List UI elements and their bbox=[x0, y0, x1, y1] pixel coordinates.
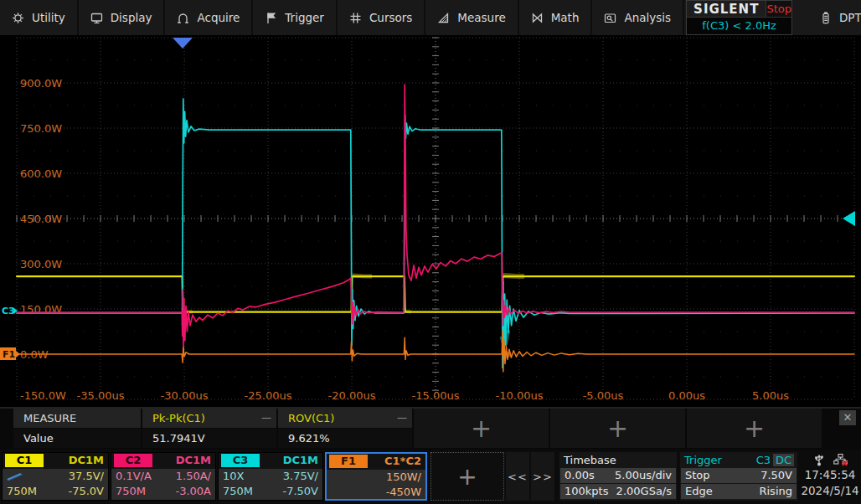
channel-box-c1[interactable]: C1 DC1M 37.5V/ 750M -75.0V bbox=[2, 452, 109, 501]
flag-icon bbox=[265, 12, 277, 24]
c2-badge[interactable]: C2 bbox=[114, 454, 152, 467]
c1-coupling: DC1M bbox=[69, 454, 104, 466]
menu-trigger-label: Trigger bbox=[285, 11, 324, 24]
menu-cursors-label: Cursors bbox=[369, 11, 412, 24]
siglent-logo: SIGLENT bbox=[687, 1, 766, 17]
scroll-left-button[interactable]: << bbox=[506, 452, 529, 501]
menu-trigger[interactable]: Trigger bbox=[253, 0, 338, 35]
gear-icon bbox=[12, 12, 24, 24]
waveform-display[interactable]: 900.0W750.0W600.0W450.0W300.0W150.0W0.0W… bbox=[0, 35, 861, 409]
c2-bandwidth: 750M bbox=[116, 484, 146, 499]
c3-offset: -7.50V bbox=[282, 484, 318, 499]
acquisition-status-block[interactable]: SIGLENT Stop f(C3) < 2.0Hz bbox=[686, 0, 792, 35]
measure-icon bbox=[437, 12, 450, 24]
y-axis-label: 300.0W bbox=[20, 258, 62, 270]
measurement-pkpk-value: 51.7941V bbox=[142, 429, 276, 448]
measurement-rov[interactable]: ROV(C1) — 9.621% bbox=[278, 409, 412, 448]
dpt-icon bbox=[819, 12, 832, 24]
y-axis-label: 600.0W bbox=[20, 167, 62, 180]
trigger-status: Stop bbox=[685, 468, 710, 483]
f1-badge[interactable]: F1 bbox=[329, 455, 368, 468]
timebase-box[interactable]: Timebase 0.00s 5.00us/div 100kpts 2.00GS… bbox=[559, 452, 677, 501]
trigger-level: 7.50V bbox=[760, 468, 792, 483]
clock-time: 17:45:54 bbox=[800, 467, 860, 483]
measurement-pkpk[interactable]: Pk-Pk(C1) — 51.7941V bbox=[142, 409, 276, 448]
f1-offset: -450W bbox=[386, 485, 421, 500]
menu-measure-label: Measure bbox=[457, 11, 505, 24]
y-axis-label: 450.0W bbox=[20, 213, 62, 225]
f1-scale: 150W/ bbox=[386, 470, 421, 485]
c1-bandwidth: 750M bbox=[7, 484, 37, 499]
timebase-points: 100kpts bbox=[565, 484, 608, 499]
menu-dpt[interactable]: DPT bbox=[807, 0, 861, 35]
menu-measure[interactable]: Measure bbox=[425, 0, 518, 35]
x-axis-label: -5.00us bbox=[583, 389, 624, 402]
c2-scale: 1.50A/ bbox=[176, 469, 211, 484]
trigger-slope: Rising bbox=[759, 484, 792, 499]
c3-badge[interactable]: C3 bbox=[221, 454, 260, 467]
display-icon bbox=[90, 12, 103, 24]
measurement-rov-value: 9.621% bbox=[278, 429, 412, 448]
channel-box-c3[interactable]: C3 DC1M 10X 3.75V/ 750M -7.50V bbox=[218, 452, 323, 501]
c2-coupling: DC1M bbox=[176, 454, 211, 466]
add-measurement-button[interactable]: + bbox=[687, 409, 822, 448]
menu-math[interactable]: Math bbox=[519, 0, 593, 35]
skew-icon bbox=[6, 471, 24, 481]
timebase-title: Timebase bbox=[559, 452, 677, 468]
c3-scale: 3.75V/ bbox=[283, 469, 318, 484]
timebase-samplerate: 2.00GSa/s bbox=[616, 484, 672, 499]
c2-offset: -3.00A bbox=[175, 484, 211, 499]
menu-bar: Utility Display Acquire Trigger Cursors bbox=[0, 0, 861, 37]
trigger-coupling: DC bbox=[773, 454, 794, 466]
x-axis-label: -20.00us bbox=[328, 389, 376, 402]
close-measure-strip-button[interactable]: ✕ bbox=[839, 410, 856, 425]
menu-utility-label: Utility bbox=[32, 11, 65, 24]
timebase-delay: 0.00s bbox=[565, 468, 595, 483]
c3-position-marker[interactable]: C3 bbox=[2, 306, 15, 316]
add-channel-button[interactable]: + bbox=[430, 452, 504, 501]
measure-row-label: Value bbox=[13, 429, 141, 448]
remove-measurement-button[interactable]: — bbox=[261, 409, 271, 428]
acquire-icon bbox=[177, 12, 189, 24]
menu-analysis[interactable]: Analysis bbox=[592, 0, 684, 35]
c2-probe: 0.1V/A bbox=[116, 469, 152, 484]
y-axis-label: 900.0W bbox=[20, 77, 62, 90]
run-stop-status: Stop bbox=[766, 3, 791, 15]
scroll-right-button[interactable]: >> bbox=[531, 452, 554, 501]
menu-cursors[interactable]: Cursors bbox=[338, 0, 425, 35]
oscilloscope-screen: Utility Display Acquire Trigger Cursors bbox=[0, 0, 861, 504]
trigger-box[interactable]: Trigger C3 DC Stop 7.50V Edge Rising bbox=[680, 452, 797, 501]
usb-icon bbox=[813, 453, 825, 466]
menu-dpt-label: DPT bbox=[839, 11, 861, 24]
x-axis-label: -30.00us bbox=[161, 389, 209, 402]
menu-acquire-label: Acquire bbox=[197, 11, 240, 24]
measure-strip: MEASURE Value Pk-Pk(C1) — 51.7941V ROV(C… bbox=[0, 409, 861, 450]
add-measurement-button[interactable]: + bbox=[414, 409, 549, 448]
status-area: 17:45:54 2024/5/14 bbox=[800, 452, 860, 501]
trigger-title: Trigger bbox=[684, 454, 722, 466]
clock-date: 2024/5/14 bbox=[800, 483, 860, 499]
timebase-scale: 5.00us/div bbox=[615, 468, 672, 483]
c1-badge[interactable]: C1 bbox=[5, 454, 44, 467]
channel-box-c2[interactable]: C2 DC1M 0.1V/A 1.50A/ 750M -3.00A bbox=[111, 452, 216, 501]
c3-probe: 10X bbox=[223, 469, 244, 484]
menu-utility[interactable]: Utility bbox=[0, 0, 79, 35]
y-axis-label: -150.0W bbox=[20, 389, 66, 402]
remove-measurement-button[interactable]: — bbox=[397, 409, 407, 428]
trigger-source: C3 bbox=[756, 452, 771, 468]
menu-display[interactable]: Display bbox=[79, 0, 166, 35]
trigger-type: Edge bbox=[685, 484, 713, 499]
math-box-f1[interactable]: F1 C1*C2 150W/ -450W bbox=[325, 452, 427, 501]
measurement-rov-name: ROV(C1) bbox=[288, 412, 334, 424]
c1-offset: -75.0V bbox=[68, 484, 104, 499]
x-axis-label: -15.00us bbox=[412, 389, 460, 402]
x-axis-label: -35.00us bbox=[77, 389, 125, 402]
analysis-icon bbox=[604, 12, 616, 24]
c3-bandwidth: 750M bbox=[223, 484, 253, 499]
menu-acquire[interactable]: Acquire bbox=[165, 0, 253, 35]
bottom-bar: C1 DC1M 37.5V/ 750M -75.0V C2 DC1M 0.1V/… bbox=[0, 450, 861, 504]
f1-expression: C1*C2 bbox=[384, 455, 421, 467]
add-measurement-button[interactable]: + bbox=[550, 409, 685, 448]
menu-analysis-label: Analysis bbox=[624, 11, 671, 24]
x-axis-label: 5.00us bbox=[752, 389, 789, 402]
